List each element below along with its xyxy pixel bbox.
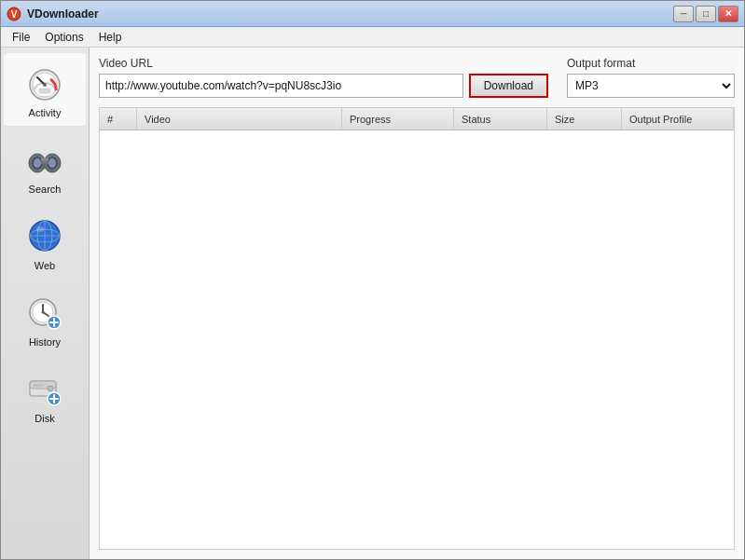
sidebar-activity-label: Activity [29, 107, 62, 118]
main-window: V VDownloader ─ □ ✕ File Options Help [0, 0, 745, 560]
format-label: Output format [567, 57, 735, 70]
maximize-button[interactable]: □ [696, 6, 716, 22]
menu-file[interactable]: File [5, 29, 37, 46]
svg-point-11 [34, 158, 41, 168]
svg-rect-32 [33, 384, 44, 387]
minimize-button[interactable]: ─ [673, 6, 694, 22]
col-output-profile: Output Profile [622, 108, 734, 130]
col-size: Size [547, 108, 622, 130]
svg-point-25 [42, 311, 45, 314]
history-icon [22, 290, 67, 335]
table-body [100, 130, 734, 549]
col-progress: Progress [342, 108, 454, 130]
svg-point-31 [48, 386, 53, 391]
title-bar-left: V VDownloader [7, 7, 99, 21]
search-icon [22, 137, 67, 182]
sidebar-history-label: History [29, 336, 61, 348]
sidebar-web-label: Web [34, 260, 55, 271]
col-number: # [100, 108, 137, 130]
sidebar-item-history[interactable]: History [4, 282, 86, 355]
activity-icon [22, 61, 67, 105]
sidebar-search-label: Search [29, 184, 62, 195]
url-input[interactable] [99, 74, 463, 98]
menu-options[interactable]: Options [37, 29, 90, 46]
sidebar-item-activity[interactable]: Activity [4, 53, 86, 126]
web-icon [22, 213, 67, 258]
col-status: Status [454, 108, 547, 130]
main-content: Activity [1, 48, 744, 559]
table-header: # Video Progress Status Size Output Prof… [100, 108, 734, 130]
window-title: VDownloader [27, 7, 99, 20]
format-select[interactable]: MP3 MP4 AVI FLV WMV [567, 74, 735, 98]
app-icon: V [7, 7, 21, 21]
svg-point-5 [43, 83, 47, 87]
sidebar-item-disk[interactable]: Disk [4, 359, 86, 431]
title-bar: V VDownloader ─ □ ✕ [1, 1, 744, 27]
right-panel: Video URL Download Output format MP3 MP4… [90, 48, 744, 559]
title-buttons: ─ □ ✕ [673, 6, 738, 22]
download-table: # Video Progress Status Size Output Prof… [99, 107, 735, 550]
download-button[interactable]: Download [469, 74, 548, 98]
menu-bar: File Options Help [1, 27, 744, 48]
top-controls: Video URL Download Output format MP3 MP4… [99, 57, 735, 98]
url-row: Download [99, 74, 548, 98]
url-label: Video URL [99, 57, 548, 70]
disk-icon [22, 366, 67, 411]
url-section: Video URL Download [99, 57, 548, 98]
svg-point-12 [48, 158, 56, 168]
svg-point-20 [36, 226, 44, 232]
sidebar-item-web[interactable]: Web [4, 206, 86, 279]
close-button[interactable]: ✕ [718, 6, 738, 22]
menu-help[interactable]: Help [91, 29, 130, 46]
format-section: Output format MP3 MP4 AVI FLV WMV [567, 57, 735, 98]
sidebar-disk-label: Disk [34, 413, 54, 424]
svg-rect-14 [41, 157, 48, 161]
col-video: Video [137, 108, 342, 130]
sidebar: Activity [1, 48, 90, 559]
svg-text:V: V [11, 9, 18, 20]
svg-rect-6 [39, 89, 50, 93]
sidebar-item-search[interactable]: Search [4, 130, 86, 202]
